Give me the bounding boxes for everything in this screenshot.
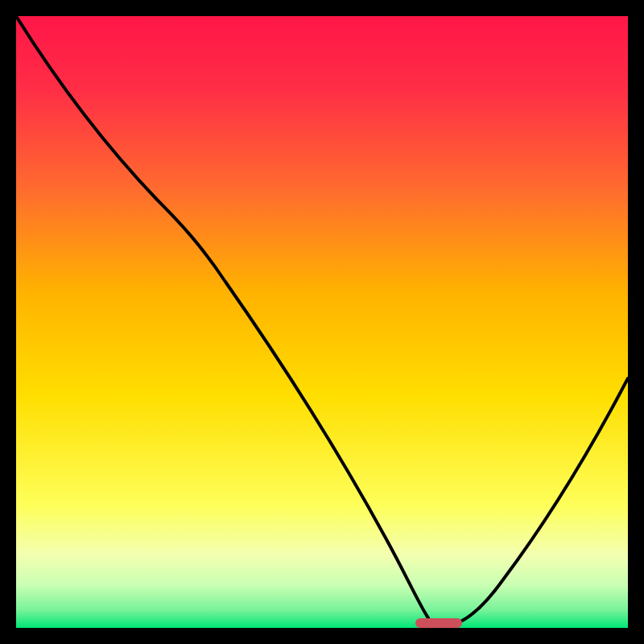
optimal-marker <box>415 618 462 628</box>
chart-frame: TheBottleneck.com <box>16 16 628 628</box>
bottleneck-chart <box>16 16 628 628</box>
gradient-background <box>16 16 628 628</box>
